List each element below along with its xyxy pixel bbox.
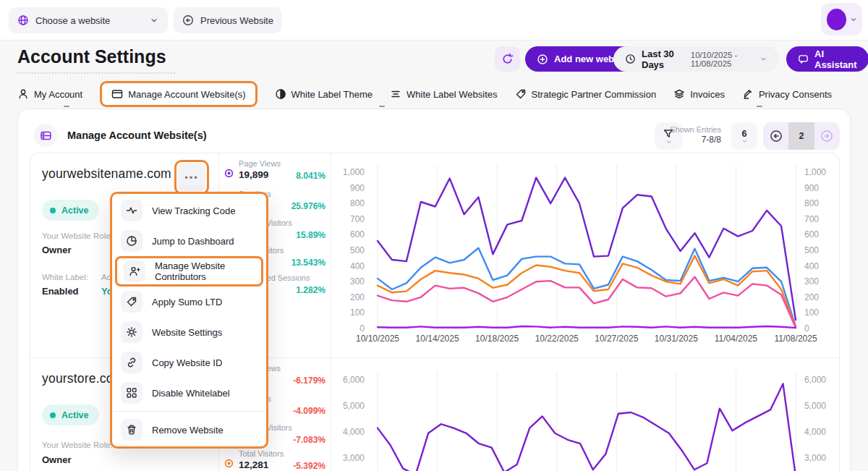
- svg-text:10/31/2025: 10/31/2025: [655, 334, 698, 344]
- status-dot: [50, 208, 56, 213]
- trash-icon: [121, 419, 142, 441]
- menu-item-view-tracking-code[interactable]: View Tracking Code: [112, 195, 266, 226]
- svg-text:3,000: 3,000: [343, 453, 365, 463]
- tab-invoices[interactable]: Invoices: [673, 88, 725, 100]
- previous-website-button[interactable]: Previous Website: [174, 7, 282, 33]
- svg-text:1,000: 1,000: [343, 167, 365, 177]
- website-2-chart: 6,0006,0005,0005,0004,0004,0003,0003,000: [331, 362, 841, 471]
- date-range-value: 10/10/2025 - 11/08/2025: [691, 51, 754, 68]
- menu-item-apply-sumo-ltd[interactable]: Apply Sumo LTD: [112, 287, 266, 317]
- date-range-label: Last 30 Days: [642, 48, 682, 70]
- browser-icon: [111, 88, 123, 100]
- page-title: Account Settings: [17, 46, 175, 74]
- tab-strategic-partner-commission[interactable]: Strategic Partner Commission: [515, 88, 657, 100]
- svg-text:500: 500: [804, 245, 819, 255]
- status-badge: Active: [42, 200, 99, 221]
- pagination: 2: [763, 122, 840, 150]
- user-icon: [17, 88, 29, 100]
- menu-item-jump-to-dashboard[interactable]: Jump to Dashboard: [112, 226, 266, 256]
- contrast-icon: [275, 88, 286, 100]
- stat-total-visitors: Total Visitors 12,281 -5.392%: [224, 449, 326, 471]
- ai-assistant-button[interactable]: AI Assistant: [786, 46, 868, 72]
- svg-text:5,000: 5,000: [804, 401, 826, 411]
- previous-website-label: Previous Website: [200, 15, 273, 26]
- user-menu[interactable]: [821, 3, 862, 35]
- grid-icon: [121, 382, 142, 404]
- svg-text:900: 900: [350, 183, 365, 193]
- plus-circle-icon: [537, 54, 548, 65]
- chat-icon: [798, 54, 809, 64]
- menu-item-website-settings[interactable]: Website Settings: [112, 317, 266, 347]
- row-actions-highlight: •••: [174, 160, 209, 195]
- selected-metric-icon: [224, 459, 234, 468]
- choose-website-dropdown[interactable]: Choose a website: [9, 7, 168, 33]
- refresh-icon: [501, 53, 514, 65]
- server-icon: [34, 124, 57, 147]
- status-dot: [50, 412, 56, 418]
- row-actions-button[interactable]: •••: [178, 164, 205, 191]
- svg-text:5,000: 5,000: [343, 401, 365, 411]
- chevron-down-icon: [741, 139, 748, 144]
- svg-text:1,000: 1,000: [804, 167, 826, 177]
- website-name: yourwebsitename.com: [42, 166, 171, 182]
- shown-entries: Shown Entries 7-8/8: [670, 125, 721, 145]
- svg-text:3,000: 3,000: [804, 453, 826, 463]
- tab-my-account[interactable]: My Account: [17, 88, 82, 100]
- tab-manage-account-websites[interactable]: Manage Account Website(s): [100, 81, 257, 107]
- role-value: Owner: [42, 454, 71, 465]
- page-size-select[interactable]: 6: [731, 122, 757, 150]
- white-label-label: White Label:: [42, 273, 88, 281]
- svg-text:400: 400: [804, 261, 819, 271]
- svg-text:10/18/2025: 10/18/2025: [475, 334, 519, 344]
- menu-item-copy-website-id[interactable]: Copy Website ID: [112, 347, 266, 378]
- menu-item-remove-website[interactable]: Remove Website: [112, 415, 266, 445]
- account-settings-page: { "topbar": { "choose_website": "Choose …: [0, 0, 868, 471]
- layers-icon: [673, 88, 685, 100]
- settings-tabs: My Account Manage Account Website(s) Whi…: [17, 80, 832, 109]
- card-title: Manage Account Website(s): [67, 130, 207, 141]
- tab-white-label-theme[interactable]: White Label Theme: [275, 88, 373, 100]
- svg-text:500: 500: [350, 245, 365, 255]
- svg-text:10/10/2025: 10/10/2025: [356, 334, 399, 344]
- arrow-left-circle-icon: [182, 14, 194, 26]
- refresh-button[interactable]: [495, 46, 520, 72]
- svg-text:100: 100: [804, 307, 819, 318]
- website-1-chart: 10/10/202510/14/202510/18/202510/22/2025…: [331, 159, 841, 352]
- svg-text:900: 900: [804, 183, 819, 193]
- menu-item-manage-website-contributors[interactable]: Manage Website Contributors: [115, 256, 263, 287]
- previous-page-button[interactable]: [763, 122, 788, 150]
- svg-text:0: 0: [359, 323, 365, 334]
- svg-text:4,000: 4,000: [343, 427, 365, 437]
- current-page[interactable]: 2: [788, 122, 814, 150]
- list-lines-icon: [390, 88, 401, 100]
- chevron-down-icon: [849, 15, 858, 24]
- svg-text:200: 200: [804, 292, 819, 302]
- svg-text:6,000: 6,000: [804, 375, 826, 385]
- svg-text:10/27/2025: 10/27/2025: [595, 334, 638, 344]
- next-page-button[interactable]: [814, 122, 840, 150]
- svg-text:600: 600: [350, 229, 365, 239]
- svg-text:800: 800: [350, 198, 365, 208]
- svg-text:600: 600: [804, 229, 819, 239]
- date-range-picker[interactable]: Last 30 Days 10/10/2025 - 11/08/2025: [613, 46, 779, 72]
- tracking-code-icon: [121, 200, 142, 221]
- role-value: Owner: [42, 245, 71, 255]
- person-add-icon: [124, 260, 145, 282]
- link-icon: [121, 352, 142, 373]
- dashboard-pie-icon: [121, 230, 142, 252]
- topbar: Choose a website Previous Website: [0, 0, 868, 41]
- tab-white-label-websites[interactable]: White Label Websites: [390, 88, 498, 100]
- menu-item-disable-whitelabel[interactable]: Disable Whitelabel: [112, 378, 266, 408]
- stat-page-views: Page Views 19,899 8.041%: [224, 159, 326, 188]
- svg-text:200: 200: [350, 292, 365, 302]
- svg-text:300: 300: [350, 276, 365, 287]
- gear-icon: [121, 321, 142, 343]
- svg-text:0: 0: [804, 323, 809, 334]
- svg-text:700: 700: [350, 214, 365, 224]
- website-actions-menu: View Tracking Code Jump to Dashboard Man…: [110, 192, 268, 449]
- choose-website-label: Choose a website: [35, 15, 110, 26]
- svg-text:6,000: 6,000: [343, 375, 365, 385]
- tab-privacy-consents[interactable]: Privacy Consents: [742, 88, 832, 100]
- svg-text:10/14/2025: 10/14/2025: [416, 334, 459, 344]
- selected-metric-icon: [224, 169, 234, 178]
